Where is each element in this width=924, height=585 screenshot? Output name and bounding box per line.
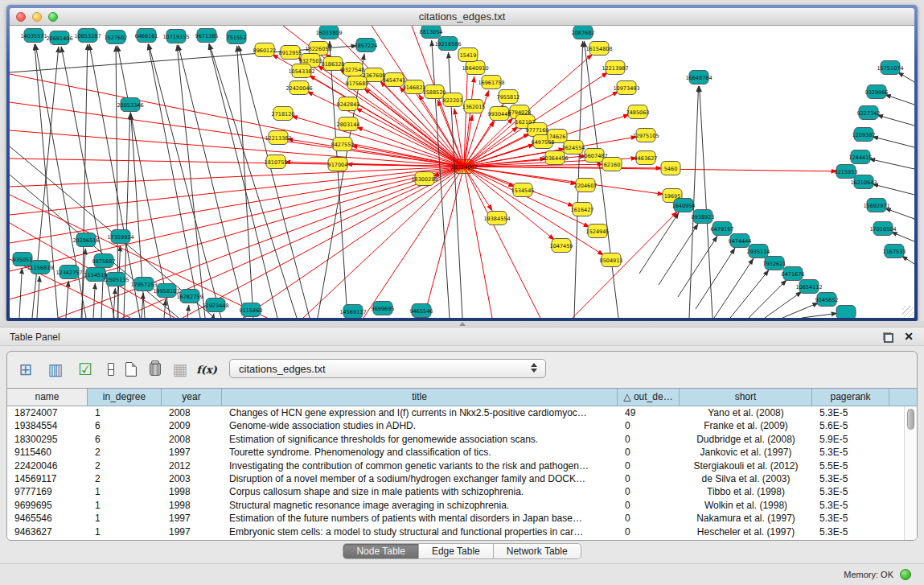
cell-out_de: 0: [618, 446, 680, 459]
table-row[interactable]: 946362711997Embryonic stem cells: a mode…: [7, 525, 904, 538]
cell-short: Nakamura et al. (1997): [680, 512, 812, 525]
column-header-title[interactable]: title: [222, 389, 618, 406]
cell-in_degree: 1: [88, 406, 162, 419]
cell-name: 9463627: [7, 525, 88, 538]
table-row[interactable]: 911546021997Tourette syndrome. Phenomeno…: [7, 446, 904, 459]
select-columns-icon[interactable]: ☑: [74, 358, 97, 381]
tab-node-table[interactable]: Node Table: [343, 543, 419, 559]
cell-name: 22420046: [7, 459, 88, 472]
cell-year: 1997: [162, 446, 222, 459]
table-row[interactable]: 969969511998Structural magnetic resonanc…: [7, 499, 904, 512]
cell-short: Franke et al. (2009): [680, 419, 812, 432]
graph-node-label: 9671385: [195, 33, 219, 39]
panel-divider[interactable]: [0, 321, 924, 327]
column-header-year[interactable]: year: [162, 389, 222, 406]
graph-node-label: 6497568: [532, 139, 555, 146]
node-table: namein_degreeyeartitle△ out_de…shortpage…: [7, 388, 917, 540]
cell-in_degree: 2: [88, 446, 162, 459]
window-resize-handle[interactable]: [902, 306, 914, 317]
cell-in_degree: 1: [88, 525, 162, 538]
graph-node-label: 9329966: [865, 89, 889, 96]
network-canvas[interactable]: 1872400789601228912955182260589327503818…: [10, 26, 914, 318]
table-row[interactable]: 1938455462009Genome-wide association stu…: [7, 419, 904, 432]
create-table-icon[interactable]: [120, 358, 142, 381]
column-header-pagerank[interactable]: pagerank: [812, 389, 889, 406]
graph-node-label: 7955812: [497, 94, 520, 101]
table-scrollbar[interactable]: [904, 406, 917, 540]
close-panel-icon[interactable]: ✕: [904, 330, 914, 343]
cell-in_degree: 1: [88, 485, 162, 498]
cell-out_de: 0: [618, 419, 680, 432]
tab-network-table[interactable]: Network Table: [494, 543, 581, 559]
table-select-dropdown[interactable]: citations_edges.txt: [229, 359, 546, 378]
graph-node-label: 9465546: [410, 308, 433, 315]
table-settings-icon[interactable]: ⊞: [14, 358, 37, 381]
cell-pagerank: 5.3E-5: [812, 525, 889, 538]
float-panel-icon[interactable]: [883, 332, 893, 343]
cell-out_de: 0: [618, 499, 680, 512]
table-browser: citations_edges.txt ⊞▥☑▦f(x) namein_degr…: [6, 351, 918, 541]
cell-year: 2003: [162, 472, 222, 485]
column-header-name[interactable]: name: [7, 389, 88, 406]
graph-node-label: 2803144: [337, 122, 360, 128]
cell-short: Wolkin et al. (1998): [680, 499, 812, 512]
graph-node-label: 15751074: [877, 65, 903, 72]
graph-node-label: 12505135: [102, 277, 129, 283]
column-header-in_degree[interactable]: in_degree: [88, 389, 162, 406]
network-window-title: citations_edges.txt: [10, 10, 914, 23]
graph-node-label: 19695: [664, 193, 681, 200]
cell-title: Investigating the contribution of common…: [222, 459, 618, 472]
table-row[interactable]: 1830029562008Estimation of significance …: [7, 433, 904, 446]
cell-pagerank: 5.3E-5: [812, 406, 889, 419]
graph-node-label: 9115460: [240, 307, 263, 314]
cell-short: Hescheler et al. (1997): [680, 525, 812, 538]
import-table-icon[interactable]: ▦: [169, 358, 191, 381]
row-height-icon[interactable]: [100, 358, 122, 381]
graph-node-label: 11156819: [27, 265, 53, 271]
show-columns-icon[interactable]: ▥: [44, 358, 67, 381]
table-header-row: namein_degreeyeartitle△ out_de…shortpage…: [7, 389, 917, 406]
graph-node-label: 18640910: [462, 65, 488, 72]
delete-table-icon[interactable]: [144, 358, 166, 381]
cell-year: 2008: [162, 406, 222, 419]
graph-node-label: 162107: [515, 119, 536, 126]
graph-node-label: 8454743: [383, 77, 406, 84]
graph-node-label: 10543382: [288, 68, 314, 75]
memory-status-indicator: [900, 569, 911, 580]
graph-node-label: 2204607: [574, 183, 598, 189]
cell-name: 9699695: [7, 499, 88, 512]
graph-node-label: 16782759: [176, 294, 203, 300]
network-graph[interactable]: 1872400789601228912955182260589327503818…: [10, 26, 914, 318]
tab-edge-table[interactable]: Edge Table: [419, 543, 494, 559]
table-settings-icon: ⊞: [19, 361, 33, 377]
network-view-window[interactable]: citations_edges.txt 18724007896012289129…: [6, 5, 918, 321]
table-row[interactable]: 2242004622012Investigating the contribut…: [7, 459, 904, 472]
graph-node-label: 6794028: [508, 109, 532, 116]
column-header-out_de[interactable]: △ out_de…: [618, 389, 680, 406]
cell-title: Changes of HCN gene expression and I(f) …: [222, 406, 618, 419]
graph-node-label: 12213987: [602, 65, 628, 72]
graph-node-label: 10654112: [795, 284, 822, 290]
graph-node-label: 7485063: [626, 109, 650, 116]
cell-pagerank: 5.3E-5: [812, 485, 889, 498]
cell-pagerank: 5.5E-5: [812, 459, 889, 472]
graph-node-label: 20053346: [117, 102, 143, 109]
graph-node-label: 2718120: [272, 111, 295, 117]
cell-title: Disruption of a novel member of a sodium…: [222, 472, 618, 485]
table-row[interactable]: 977716911998Corpus callosum shape and si…: [7, 485, 904, 498]
graph-node-label: 9463627: [634, 155, 658, 162]
graph-node-label: 22420046: [285, 85, 312, 92]
divider-handle-icon[interactable]: [459, 322, 466, 326]
table-panel-body: citations_edges.txt ⊞▥☑▦f(x) namein_degr…: [0, 346, 924, 563]
scrollbar-thumb[interactable]: [907, 409, 914, 430]
table-row[interactable]: 1456911722003Disruption of a novel membe…: [7, 472, 904, 485]
table-row[interactable]: 946554611997Estimation of the future num…: [7, 512, 904, 525]
column-header-short[interactable]: short: [680, 389, 812, 406]
graph-node-label: 74626: [549, 134, 566, 140]
function-builder-icon[interactable]: f(x): [195, 358, 218, 381]
network-window-titlebar[interactable]: citations_edges.txt: [10, 8, 914, 26]
graph-node-label: 9699695: [372, 306, 395, 312]
table-row[interactable]: 1872400712008Changes of HCN gene express…: [7, 406, 904, 419]
cell-year: 2008: [162, 433, 222, 446]
graph-node[interactable]: [836, 306, 856, 319]
